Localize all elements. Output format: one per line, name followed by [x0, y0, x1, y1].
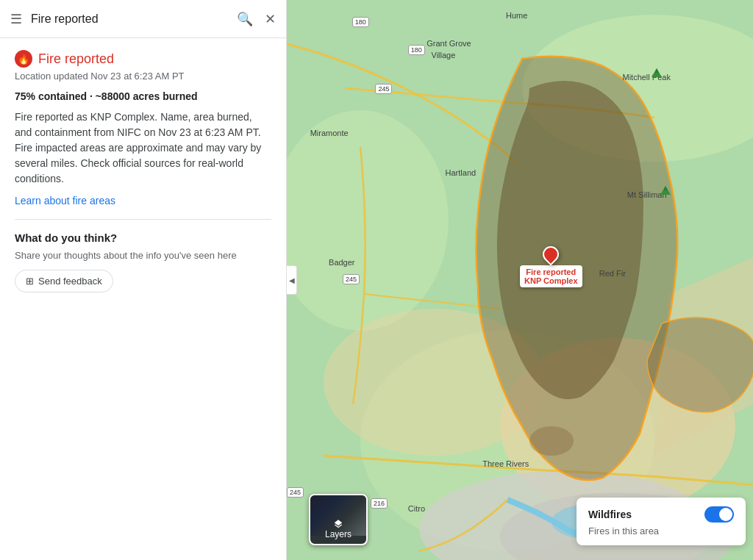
- panel-content: Fire reported Location updated Nov 23 at…: [0, 38, 286, 560]
- feedback-heading: What do you think?: [15, 231, 271, 244]
- mountain-icon-mitchell: [651, 67, 663, 82]
- fire-icon: [15, 50, 32, 68]
- fires-in-area-label: Fires in this area: [588, 525, 734, 536]
- containment-info: 75% contained · ~88000 acres burned: [15, 90, 271, 102]
- feedback-button-icon: ⊞: [26, 276, 34, 287]
- feedback-section: What do you think? Share your thoughts a…: [15, 231, 271, 292]
- fire-title-row: Fire reported: [15, 50, 271, 68]
- wildfires-row: Wildfires: [588, 506, 734, 523]
- layers-label-text: Layers: [325, 529, 351, 539]
- search-icon[interactable]: 🔍: [234, 8, 256, 30]
- fire-title: Fire reported: [38, 51, 114, 67]
- location-updated: Location updated Nov 23 at 6:23 AM PT: [15, 71, 271, 82]
- menu-icon[interactable]: ☰: [7, 8, 25, 30]
- mountain-icon-silliman: [660, 184, 671, 199]
- close-icon[interactable]: ✕: [262, 8, 279, 30]
- layers-icon: [333, 519, 343, 529]
- svg-point-10: [529, 426, 574, 456]
- fire-pin[interactable]: Fire reported KNP Complex: [520, 246, 582, 287]
- wildfires-card: Wildfires Fires in this area: [577, 498, 746, 545]
- search-bar: ☰ Fire reported 🔍 ✕: [0, 0, 286, 38]
- divider: [15, 219, 271, 220]
- wildfires-label: Wildfires: [588, 509, 632, 520]
- feedback-button-label: Send feedback: [38, 276, 102, 287]
- learn-about-fire-link[interactable]: Learn about fire areas: [15, 195, 115, 207]
- send-feedback-button[interactable]: ⊞ Send feedback: [15, 270, 113, 292]
- search-text: Fire reported: [31, 12, 228, 26]
- svg-marker-12: [654, 68, 659, 73]
- map-area[interactable]: ◀ Hume Grant Grove Village Mitchell Peak…: [287, 0, 753, 560]
- wildfires-toggle[interactable]: [704, 506, 734, 523]
- fire-description: Fire reported as KNP Complex. Name, area…: [15, 110, 271, 187]
- layers-button[interactable]: Layers: [309, 494, 368, 545]
- fire-pin-label: Fire reported KNP Complex: [520, 265, 582, 287]
- left-panel: ☰ Fire reported 🔍 ✕ Fire reported Locati…: [0, 0, 287, 560]
- collapse-icon: ◀: [289, 276, 295, 284]
- collapse-arrow[interactable]: ◀: [287, 265, 297, 295]
- fire-pin-marker: [540, 243, 563, 266]
- svg-marker-14: [663, 186, 668, 190]
- feedback-subtext: Share your thoughts about the info you'v…: [15, 250, 271, 261]
